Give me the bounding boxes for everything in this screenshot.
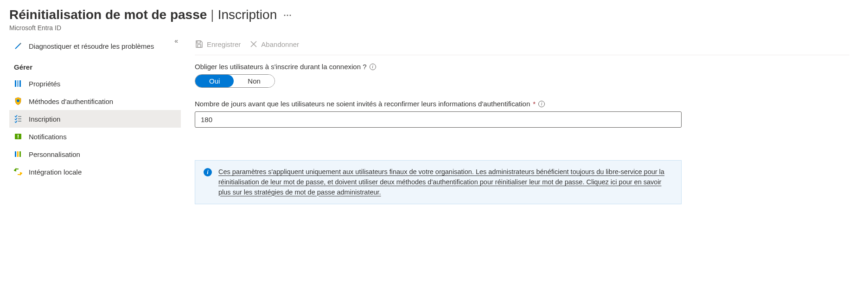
discard-button-label: Abandonner (261, 40, 299, 48)
shield-icon (14, 97, 22, 105)
wrench-icon (14, 42, 22, 50)
discard-button[interactable]: Abandonner (250, 40, 299, 48)
save-icon (195, 40, 203, 48)
svg-rect-14 (198, 45, 201, 47)
save-button-label: Enregistrer (207, 40, 241, 48)
sidebar-item-personalization[interactable]: Personnalisation (9, 145, 181, 163)
sidebar-item-notifications[interactable]: Notifications (9, 128, 181, 145)
title-main: Réinitialisation de mot de passe (9, 7, 207, 22)
subtitle: Microsoft Entra ID (9, 24, 859, 32)
sidebar-item-label: Méthodes d'authentification (29, 97, 113, 105)
svg-rect-9 (18, 137, 19, 138)
days-label: Nombre de jours avant que les utilisateu… (195, 100, 849, 108)
svg-rect-11 (17, 151, 19, 157)
cloud-sync-icon (14, 168, 22, 176)
more-menu-icon[interactable]: ⋯ (283, 10, 293, 20)
close-icon (250, 40, 257, 48)
toggle-no[interactable]: Non (234, 75, 274, 87)
sidebar-item-label: Diagnostiquer et résoudre les problèmes (29, 42, 154, 50)
require-register-toggle[interactable]: Oui Non (195, 74, 275, 88)
main-content: Enregistrer Abandonner Obliger les utili… (195, 37, 859, 204)
info-badge-icon: i (204, 168, 212, 176)
svg-point-3 (17, 99, 19, 102)
title-divider: | (211, 7, 214, 22)
page-header: Réinitialisation de mot de passe | Inscr… (9, 7, 859, 32)
sidebar-item-label: Inscription (29, 115, 60, 123)
sidebar-item-label: Propriétés (29, 80, 60, 88)
notification-icon (14, 132, 22, 141)
sidebar-item-auth-methods[interactable]: Méthodes d'authentification (9, 92, 181, 110)
sidebar-item-label: Personnalisation (29, 150, 80, 158)
sidebar: « Diagnostiquer et résoudre les problème… (9, 37, 181, 204)
checklist-icon (14, 115, 22, 123)
info-box: i Ces paramètres s'appliquent uniquement… (195, 160, 682, 204)
svg-rect-10 (15, 151, 16, 157)
required-indicator: * (533, 100, 536, 108)
sidebar-section-header: Gérer (9, 55, 181, 75)
svg-rect-2 (19, 80, 21, 87)
sidebar-item-label: Intégration locale (29, 168, 82, 176)
save-button[interactable]: Enregistrer (195, 40, 241, 48)
properties-icon (14, 79, 22, 88)
svg-rect-1 (17, 80, 19, 87)
personalization-icon (14, 150, 22, 158)
toolbar: Enregistrer Abandonner (195, 37, 849, 55)
sidebar-item-onprem[interactable]: Intégration locale (9, 163, 181, 181)
svg-rect-12 (19, 151, 21, 157)
days-input[interactable] (195, 111, 682, 128)
require-register-label: Obliger les utilisateurs à s'inscrire du… (195, 63, 849, 71)
sidebar-item-diagnose[interactable]: Diagnostiquer et résoudre les problèmes (9, 37, 181, 55)
svg-rect-8 (18, 135, 19, 137)
collapse-sidebar-icon[interactable]: « (174, 37, 178, 45)
sidebar-item-label: Notifications (29, 133, 67, 141)
info-icon[interactable]: i (370, 64, 376, 70)
info-box-link[interactable]: Ces paramètres s'appliquent uniquement a… (218, 167, 673, 197)
page-title: Réinitialisation de mot de passe | Inscr… (9, 7, 859, 22)
toggle-yes[interactable]: Oui (195, 75, 234, 87)
info-icon[interactable]: i (538, 101, 545, 107)
sidebar-item-properties[interactable]: Propriétés (9, 75, 181, 92)
title-sub: Inscription (218, 7, 277, 22)
svg-rect-0 (15, 80, 16, 87)
svg-rect-13 (197, 41, 200, 43)
sidebar-item-registration[interactable]: Inscription (9, 110, 181, 128)
